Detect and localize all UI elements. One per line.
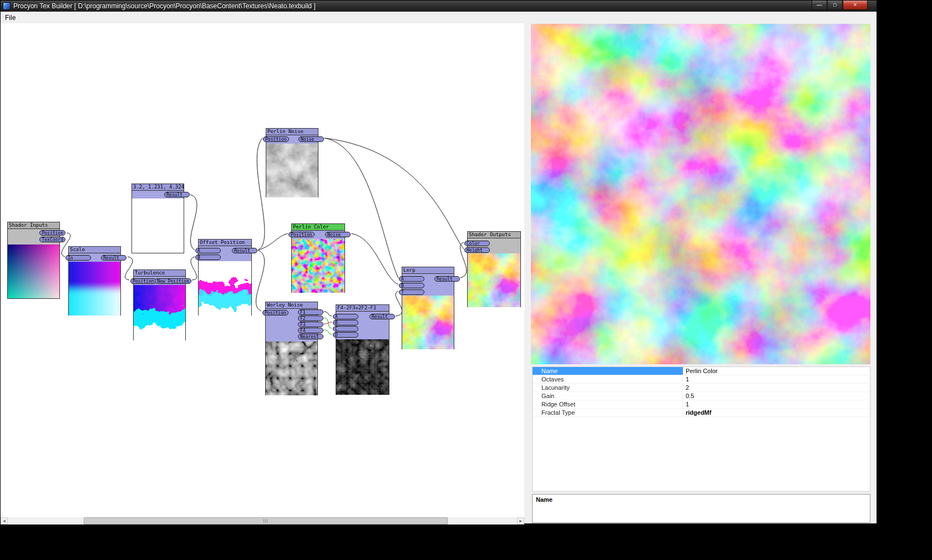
scroll-left-icon: ◄ bbox=[2, 519, 6, 523]
texture-preview bbox=[531, 24, 870, 364]
preview-perlin-color bbox=[292, 239, 345, 293]
property-name[interactable]: Lacunarity bbox=[533, 384, 683, 391]
node-title[interactable]: Turbulence bbox=[134, 270, 185, 277]
node-title[interactable]: Shader Outputs bbox=[468, 232, 520, 238]
property-value[interactable]: 2 bbox=[683, 384, 870, 391]
wires-worley bbox=[324, 312, 332, 334]
property-value[interactable]: 0.5 bbox=[683, 392, 870, 400]
node-title[interactable]: Scale bbox=[69, 247, 120, 253]
window-title: Procyon Tex Builder [ D:\programming\sou… bbox=[13, 2, 316, 10]
port-position-input[interactable]: Position bbox=[130, 278, 156, 284]
property-row-octaves[interactable]: Octaves 1 bbox=[533, 375, 870, 384]
property-value[interactable]: 1 bbox=[683, 400, 870, 408]
port-result-output[interactable]: Result bbox=[369, 314, 395, 319]
property-value[interactable]: 1 bbox=[683, 375, 870, 383]
node-perlin-noise[interactable]: Perlin Noise Position Noise bbox=[266, 128, 318, 197]
preview-worley-expression bbox=[336, 339, 389, 395]
node-graph-canvas[interactable]: Shader Inputs Position TexCoord 3.2, 1.2… bbox=[1, 23, 524, 517]
property-row-ridge-offset[interactable]: Ridge Offset 1 bbox=[533, 400, 870, 409]
close-icon: × bbox=[854, 2, 857, 8]
port-result-output[interactable]: Result bbox=[101, 255, 126, 261]
preview-lerp bbox=[402, 296, 454, 349]
port-position-input[interactable]: Position bbox=[263, 136, 289, 142]
port-f3-output[interactable]: F3 bbox=[298, 322, 323, 327]
port-d-input[interactable]: D bbox=[333, 332, 358, 338]
preview-position-gradient bbox=[8, 245, 59, 298]
node-worley-expression[interactable]: F4-2F3+2F2-F1 A B C D Result bbox=[336, 304, 389, 395]
scroll-thumb-grip bbox=[264, 519, 269, 523]
property-row-lacunarity[interactable]: Lacunarity 2 bbox=[533, 384, 870, 392]
node-title[interactable]: F4-2F3+2F2-F1 bbox=[336, 305, 389, 312]
title-bar[interactable]: Procyon Tex Builder [ D:\programming\sou… bbox=[1, 1, 877, 12]
preview-perlin-noise bbox=[266, 144, 318, 197]
node-offset-position[interactable]: Offset Position A Result B bbox=[198, 239, 252, 315]
scroll-left-button[interactable]: ◄ bbox=[1, 517, 8, 525]
node-turbulence[interactable]: Turbulence Position New Position bbox=[133, 269, 186, 340]
property-name[interactable]: Ridge Offset bbox=[533, 400, 683, 408]
node-title[interactable]: Lerp bbox=[402, 267, 454, 274]
node-perlin-color[interactable]: Perlin Color Position Noise bbox=[291, 223, 345, 293]
port-a-input[interactable]: A bbox=[195, 248, 221, 253]
port-f1-output[interactable]: F1 bbox=[298, 309, 323, 315]
app-window: Procyon Tex Builder [ D:\programming\sou… bbox=[0, 0, 877, 524]
property-row-fractal-type[interactable]: Fractal Type ridgedMf bbox=[533, 409, 870, 417]
node-title[interactable]: Offset Position bbox=[199, 240, 251, 246]
node-title[interactable]: 3.2, 1.231, 4.324 bbox=[132, 184, 184, 191]
port-a-input[interactable]: A bbox=[333, 314, 358, 319]
node-title[interactable]: Worley Noise bbox=[266, 302, 317, 309]
port-f2-output[interactable]: F2 bbox=[298, 315, 323, 321]
property-name[interactable]: Gain bbox=[533, 392, 683, 400]
port-b-input[interactable]: B bbox=[399, 283, 424, 288]
node-title-selected[interactable]: Perlin Color bbox=[292, 224, 345, 231]
port-result-output[interactable]: Result bbox=[232, 248, 257, 253]
port-position-input[interactable]: Position bbox=[288, 232, 315, 237]
node-title[interactable]: Shader Inputs bbox=[8, 222, 59, 229]
scroll-right-icon: ► bbox=[519, 519, 523, 523]
node-title[interactable]: Perlin Noise bbox=[266, 129, 318, 135]
preview-shader-outputs bbox=[468, 253, 520, 307]
port-f4-output[interactable]: F4 bbox=[298, 328, 323, 333]
port-b-input[interactable]: B bbox=[195, 254, 221, 260]
port-a-input[interactable]: A bbox=[399, 276, 424, 282]
port-result-output[interactable]: Result bbox=[434, 276, 460, 282]
port-result-output[interactable]: Result bbox=[164, 192, 190, 197]
port-texcoord-output[interactable]: TexCoord bbox=[39, 237, 65, 242]
maximize-icon: □ bbox=[833, 2, 837, 8]
property-row-name[interactable]: Name Perlin Color bbox=[533, 367, 870, 375]
preview-scale bbox=[69, 262, 120, 315]
node-scale[interactable]: Scale In Result bbox=[68, 246, 121, 315]
property-row-gain[interactable]: Gain 0.5 bbox=[533, 392, 870, 400]
port-in-input[interactable]: In bbox=[65, 255, 91, 261]
node-lerp[interactable]: Lerp A B T Result bbox=[402, 267, 454, 349]
port-position-output[interactable]: Position bbox=[39, 230, 65, 236]
scroll-track[interactable] bbox=[8, 517, 517, 525]
property-value[interactable]: Perlin Color bbox=[683, 367, 870, 375]
scroll-thumb[interactable] bbox=[84, 517, 448, 525]
canvas-horizontal-scrollbar[interactable]: ◄ ► bbox=[1, 517, 524, 525]
app-icon bbox=[3, 2, 11, 10]
maximize-button[interactable]: □ bbox=[827, 1, 843, 10]
port-b-input[interactable]: B bbox=[333, 320, 358, 325]
port-color-input[interactable]: Color bbox=[464, 241, 490, 246]
panel-splitter[interactable] bbox=[524, 23, 531, 523]
port-new-position-output[interactable]: New Position bbox=[155, 278, 191, 284]
port-noise-output[interactable]: Noise bbox=[325, 232, 351, 237]
minimize-button[interactable]: — bbox=[812, 1, 827, 10]
port-nearest-output[interactable]: Nearest bbox=[298, 334, 323, 339]
port-c-input[interactable]: C bbox=[333, 326, 358, 332]
property-name[interactable]: Octaves bbox=[533, 375, 683, 383]
node-worley-noise[interactable]: Worley Noise Position F1 F2 F3 F4 Neares… bbox=[265, 302, 318, 395]
property-name[interactable]: Fractal Type bbox=[533, 409, 683, 416]
scroll-right-button[interactable]: ► bbox=[517, 517, 524, 525]
node-shader-outputs[interactable]: Shader Outputs Color Height bbox=[467, 231, 521, 307]
port-t-input[interactable]: T bbox=[399, 289, 424, 295]
port-height-input[interactable]: Height bbox=[464, 247, 490, 253]
close-button[interactable]: × bbox=[843, 1, 868, 10]
port-noise-output[interactable]: Noise bbox=[298, 136, 324, 142]
node-shader-inputs[interactable]: Shader Inputs Position TexCoord bbox=[7, 222, 60, 299]
menu-file[interactable]: File bbox=[1, 13, 20, 23]
property-value[interactable]: ridgedMf bbox=[683, 409, 870, 416]
node-constant-vector[interactable]: 3.2, 1.231, 4.324 Result bbox=[131, 184, 184, 253]
port-position-input[interactable]: Position bbox=[262, 310, 288, 315]
property-name[interactable]: Name bbox=[533, 367, 683, 375]
